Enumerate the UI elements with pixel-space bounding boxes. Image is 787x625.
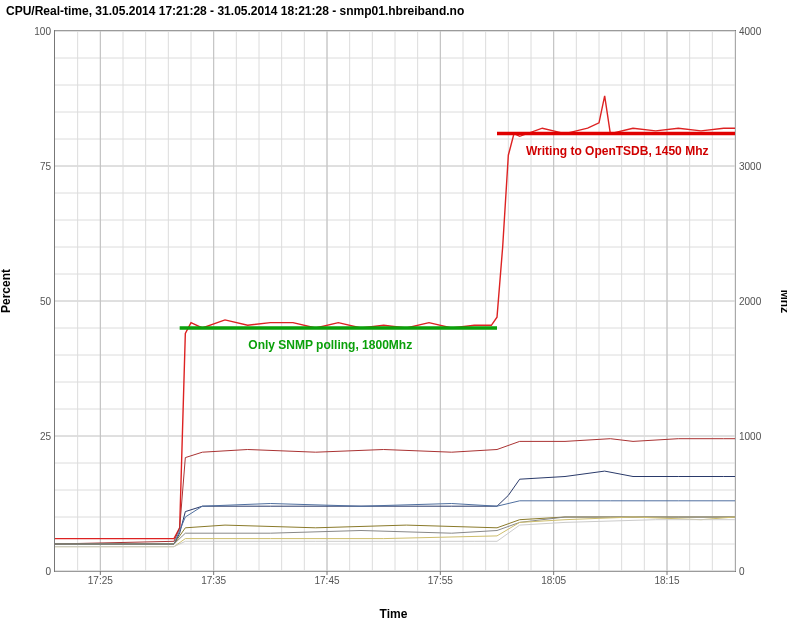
y-axis-left-label: Percent bbox=[0, 268, 13, 312]
x-tick: 17:35 bbox=[201, 571, 226, 586]
y-left-tick: 75 bbox=[40, 161, 55, 172]
annotation-layer bbox=[55, 31, 735, 571]
x-tick: 17:45 bbox=[314, 571, 339, 586]
y-left-tick: 25 bbox=[40, 431, 55, 442]
y-right-tick: 4000 bbox=[735, 26, 761, 37]
y-right-tick: 3000 bbox=[735, 161, 761, 172]
x-axis-label: Time bbox=[380, 607, 408, 621]
y-left-tick: 0 bbox=[45, 566, 55, 577]
x-tick: 17:55 bbox=[428, 571, 453, 586]
y-left-tick: 100 bbox=[34, 26, 55, 37]
y-right-tick: 1000 bbox=[735, 431, 761, 442]
y-right-tick: 0 bbox=[735, 566, 745, 577]
x-tick: 17:25 bbox=[88, 571, 113, 586]
y-right-tick: 2000 bbox=[735, 296, 761, 307]
chart-title: CPU/Real-time, 31.05.2014 17:21:28 - 31.… bbox=[6, 4, 464, 18]
y-left-tick: 50 bbox=[40, 296, 55, 307]
x-tick: 18:15 bbox=[654, 571, 679, 586]
x-tick: 18:05 bbox=[541, 571, 566, 586]
cpu-realtime-chart: CPU/Real-time, 31.05.2014 17:21:28 - 31.… bbox=[0, 0, 787, 625]
plot-area: 02550751000100020003000400017:2517:3517:… bbox=[54, 30, 736, 572]
y-axis-right-label: Mhz bbox=[778, 289, 787, 312]
